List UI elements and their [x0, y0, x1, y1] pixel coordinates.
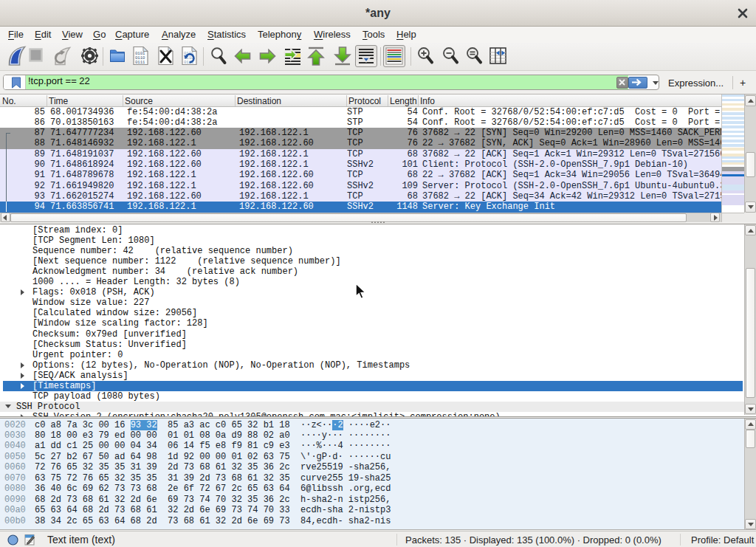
svg-text:0111: 0111 — [135, 60, 145, 65]
